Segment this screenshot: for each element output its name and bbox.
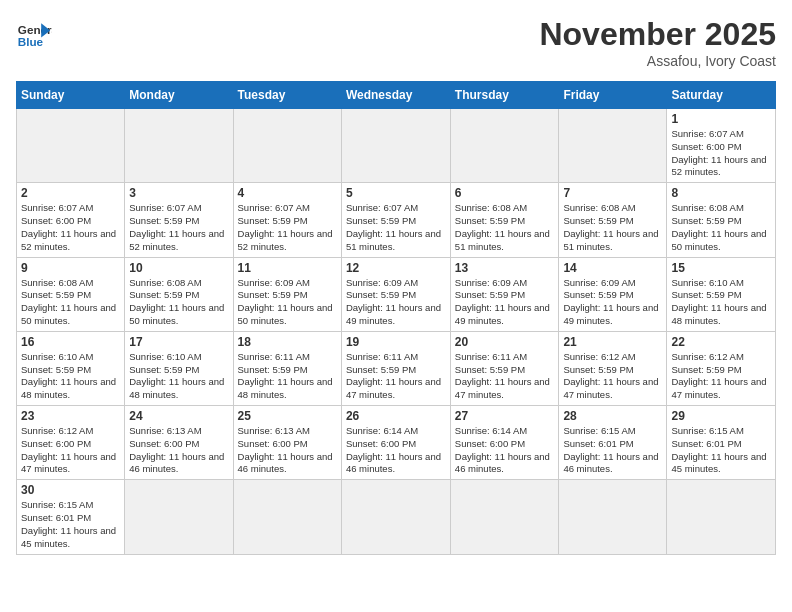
calendar-day-cell [450, 109, 559, 183]
day-number: 15 [671, 261, 771, 275]
calendar-week-row: 9Sunrise: 6:08 AM Sunset: 5:59 PM Daylig… [17, 257, 776, 331]
day-info: Sunrise: 6:11 AM Sunset: 5:59 PM Dayligh… [238, 351, 337, 402]
day-info: Sunrise: 6:15 AM Sunset: 6:01 PM Dayligh… [21, 499, 120, 550]
day-info: Sunrise: 6:11 AM Sunset: 5:59 PM Dayligh… [455, 351, 555, 402]
calendar-day-cell [17, 109, 125, 183]
calendar-week-row: 30Sunrise: 6:15 AM Sunset: 6:01 PM Dayli… [17, 480, 776, 554]
day-info: Sunrise: 6:15 AM Sunset: 6:01 PM Dayligh… [671, 425, 771, 476]
calendar-day-cell [341, 480, 450, 554]
calendar-day-cell: 6Sunrise: 6:08 AM Sunset: 5:59 PM Daylig… [450, 183, 559, 257]
logo: General Blue [16, 16, 52, 52]
calendar-day-cell [667, 480, 776, 554]
calendar-day-cell: 4Sunrise: 6:07 AM Sunset: 5:59 PM Daylig… [233, 183, 341, 257]
calendar-day-cell [233, 480, 341, 554]
day-number: 14 [563, 261, 662, 275]
day-number: 28 [563, 409, 662, 423]
calendar-day-cell: 9Sunrise: 6:08 AM Sunset: 5:59 PM Daylig… [17, 257, 125, 331]
calendar-day-cell [559, 109, 667, 183]
day-info: Sunrise: 6:09 AM Sunset: 5:59 PM Dayligh… [455, 277, 555, 328]
calendar-header-row: SundayMondayTuesdayWednesdayThursdayFrid… [17, 82, 776, 109]
day-number: 17 [129, 335, 228, 349]
day-number: 25 [238, 409, 337, 423]
header-saturday: Saturday [667, 82, 776, 109]
calendar-day-cell: 30Sunrise: 6:15 AM Sunset: 6:01 PM Dayli… [17, 480, 125, 554]
day-info: Sunrise: 6:08 AM Sunset: 5:59 PM Dayligh… [455, 202, 555, 253]
day-info: Sunrise: 6:07 AM Sunset: 5:59 PM Dayligh… [346, 202, 446, 253]
day-number: 16 [21, 335, 120, 349]
day-info: Sunrise: 6:07 AM Sunset: 6:00 PM Dayligh… [21, 202, 120, 253]
calendar-day-cell: 26Sunrise: 6:14 AM Sunset: 6:00 PM Dayli… [341, 406, 450, 480]
calendar-day-cell: 2Sunrise: 6:07 AM Sunset: 6:00 PM Daylig… [17, 183, 125, 257]
calendar-week-row: 2Sunrise: 6:07 AM Sunset: 6:00 PM Daylig… [17, 183, 776, 257]
day-info: Sunrise: 6:07 AM Sunset: 5:59 PM Dayligh… [129, 202, 228, 253]
day-number: 5 [346, 186, 446, 200]
calendar-day-cell: 12Sunrise: 6:09 AM Sunset: 5:59 PM Dayli… [341, 257, 450, 331]
calendar-day-cell: 3Sunrise: 6:07 AM Sunset: 5:59 PM Daylig… [125, 183, 233, 257]
day-info: Sunrise: 6:09 AM Sunset: 5:59 PM Dayligh… [238, 277, 337, 328]
header-wednesday: Wednesday [341, 82, 450, 109]
calendar-day-cell: 28Sunrise: 6:15 AM Sunset: 6:01 PM Dayli… [559, 406, 667, 480]
day-number: 7 [563, 186, 662, 200]
day-info: Sunrise: 6:13 AM Sunset: 6:00 PM Dayligh… [129, 425, 228, 476]
header-monday: Monday [125, 82, 233, 109]
calendar-table: SundayMondayTuesdayWednesdayThursdayFrid… [16, 81, 776, 555]
day-info: Sunrise: 6:15 AM Sunset: 6:01 PM Dayligh… [563, 425, 662, 476]
calendar-day-cell: 8Sunrise: 6:08 AM Sunset: 5:59 PM Daylig… [667, 183, 776, 257]
logo-icon: General Blue [16, 16, 52, 52]
location: Assafou, Ivory Coast [539, 53, 776, 69]
calendar-day-cell: 7Sunrise: 6:08 AM Sunset: 5:59 PM Daylig… [559, 183, 667, 257]
day-number: 11 [238, 261, 337, 275]
day-number: 20 [455, 335, 555, 349]
day-number: 30 [21, 483, 120, 497]
calendar-week-row: 23Sunrise: 6:12 AM Sunset: 6:00 PM Dayli… [17, 406, 776, 480]
calendar-day-cell: 14Sunrise: 6:09 AM Sunset: 5:59 PM Dayli… [559, 257, 667, 331]
calendar-day-cell [450, 480, 559, 554]
calendar-day-cell: 23Sunrise: 6:12 AM Sunset: 6:00 PM Dayli… [17, 406, 125, 480]
calendar-day-cell: 1Sunrise: 6:07 AM Sunset: 6:00 PM Daylig… [667, 109, 776, 183]
day-number: 26 [346, 409, 446, 423]
page-header: General Blue November 2025 Assafou, Ivor… [16, 16, 776, 69]
day-number: 8 [671, 186, 771, 200]
calendar-day-cell: 22Sunrise: 6:12 AM Sunset: 5:59 PM Dayli… [667, 331, 776, 405]
calendar-day-cell [559, 480, 667, 554]
calendar-day-cell: 20Sunrise: 6:11 AM Sunset: 5:59 PM Dayli… [450, 331, 559, 405]
calendar-day-cell: 13Sunrise: 6:09 AM Sunset: 5:59 PM Dayli… [450, 257, 559, 331]
day-info: Sunrise: 6:14 AM Sunset: 6:00 PM Dayligh… [455, 425, 555, 476]
calendar-day-cell: 25Sunrise: 6:13 AM Sunset: 6:00 PM Dayli… [233, 406, 341, 480]
calendar-day-cell: 15Sunrise: 6:10 AM Sunset: 5:59 PM Dayli… [667, 257, 776, 331]
title-block: November 2025 Assafou, Ivory Coast [539, 16, 776, 69]
calendar-day-cell [125, 480, 233, 554]
calendar-day-cell: 16Sunrise: 6:10 AM Sunset: 5:59 PM Dayli… [17, 331, 125, 405]
day-info: Sunrise: 6:08 AM Sunset: 5:59 PM Dayligh… [671, 202, 771, 253]
day-number: 27 [455, 409, 555, 423]
day-number: 4 [238, 186, 337, 200]
day-number: 9 [21, 261, 120, 275]
calendar-day-cell: 10Sunrise: 6:08 AM Sunset: 5:59 PM Dayli… [125, 257, 233, 331]
day-info: Sunrise: 6:09 AM Sunset: 5:59 PM Dayligh… [563, 277, 662, 328]
calendar-day-cell: 5Sunrise: 6:07 AM Sunset: 5:59 PM Daylig… [341, 183, 450, 257]
day-info: Sunrise: 6:12 AM Sunset: 5:59 PM Dayligh… [671, 351, 771, 402]
day-number: 13 [455, 261, 555, 275]
day-number: 22 [671, 335, 771, 349]
calendar-day-cell [125, 109, 233, 183]
svg-text:Blue: Blue [18, 35, 44, 48]
day-info: Sunrise: 6:11 AM Sunset: 5:59 PM Dayligh… [346, 351, 446, 402]
day-number: 24 [129, 409, 228, 423]
day-number: 10 [129, 261, 228, 275]
header-tuesday: Tuesday [233, 82, 341, 109]
day-info: Sunrise: 6:07 AM Sunset: 5:59 PM Dayligh… [238, 202, 337, 253]
header-thursday: Thursday [450, 82, 559, 109]
day-number: 12 [346, 261, 446, 275]
day-info: Sunrise: 6:08 AM Sunset: 5:59 PM Dayligh… [563, 202, 662, 253]
day-number: 18 [238, 335, 337, 349]
day-info: Sunrise: 6:12 AM Sunset: 5:59 PM Dayligh… [563, 351, 662, 402]
day-info: Sunrise: 6:07 AM Sunset: 6:00 PM Dayligh… [671, 128, 771, 179]
calendar-day-cell: 21Sunrise: 6:12 AM Sunset: 5:59 PM Dayli… [559, 331, 667, 405]
day-info: Sunrise: 6:13 AM Sunset: 6:00 PM Dayligh… [238, 425, 337, 476]
day-number: 3 [129, 186, 228, 200]
day-info: Sunrise: 6:14 AM Sunset: 6:00 PM Dayligh… [346, 425, 446, 476]
day-info: Sunrise: 6:08 AM Sunset: 5:59 PM Dayligh… [129, 277, 228, 328]
day-number: 21 [563, 335, 662, 349]
calendar-day-cell [233, 109, 341, 183]
day-info: Sunrise: 6:08 AM Sunset: 5:59 PM Dayligh… [21, 277, 120, 328]
